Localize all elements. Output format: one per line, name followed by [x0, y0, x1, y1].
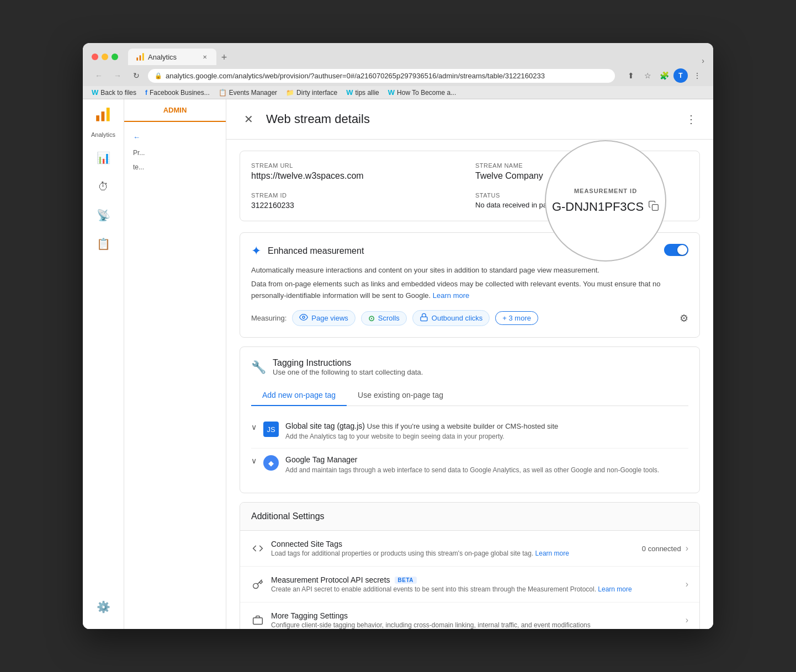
events-icon: 📋 — [219, 89, 227, 97]
toggle-container — [664, 244, 688, 256]
tag-item-google-tag-manager[interactable]: ∨ ◆ Google Tag Manager Add and maintain … — [251, 449, 688, 482]
connected-count: 0 connected — [642, 545, 681, 553]
svg-rect-2 — [142, 53, 144, 60]
more-tagging-right: › — [686, 615, 688, 625]
measurement-protocol-desc: Create an API secret to enable additiona… — [271, 585, 679, 593]
outbound-icon — [420, 313, 428, 323]
admin-back-button[interactable]: ← — [133, 129, 217, 146]
url-bar[interactable]: 🔒 analytics.google.com/analytics/web/pro… — [148, 69, 615, 83]
settings-row-connected-site-tags[interactable]: Connected Site Tags Load tags for additi… — [240, 531, 699, 567]
sidebar-item-realtime[interactable]: ⏱ — [90, 173, 116, 200]
eye-icon — [299, 313, 308, 323]
tab-use-existing[interactable]: Use existing on-page tag — [347, 385, 454, 406]
bookmark-back-to-files[interactable]: W Back to files — [92, 88, 136, 97]
reload-button[interactable]: ↻ — [129, 68, 144, 83]
chevron-right-icon-2: › — [686, 579, 688, 589]
settings-icon: ⚙️ — [97, 600, 110, 614]
google-tag-manager-title: Google Tag Manager — [285, 455, 659, 464]
profile-button[interactable]: T — [673, 68, 688, 83]
sidebar-item-reports[interactable]: 📋 — [90, 231, 116, 257]
analytics-label: Analytics — [91, 131, 115, 138]
tag-item-global-site-tag[interactable]: ∨ JS Global site tag (gtag.js) Use this … — [251, 415, 688, 449]
tab-bar: Analytics ✕ + › — [128, 49, 704, 65]
svg-rect-8 — [421, 317, 427, 321]
admin-tab[interactable]: ADMIN — [124, 99, 226, 122]
chevron-down-icon-2: ∨ — [251, 456, 257, 465]
global-site-tag-title: Global site tag (gtag.js) Use this if yo… — [285, 422, 558, 430]
new-tab-button[interactable]: + — [216, 50, 232, 65]
sparkle-icon: ✦ — [251, 244, 261, 258]
bookmark-facebook[interactable]: f Facebook Busines... — [145, 89, 210, 97]
stream-id-label: STREAM ID — [251, 192, 464, 199]
chip-outbound-clicks[interactable]: Outbound clicks — [412, 310, 490, 326]
measurement-protocol-content: Measurement Protocol API secrets BETA Cr… — [271, 575, 679, 593]
bookmark-tips-allie[interactable]: W tips allie — [346, 88, 379, 97]
chip-page-views[interactable]: Page views — [292, 310, 355, 326]
analytics-logo — [93, 105, 113, 125]
main-content: Analytics 📊 ⏱ 📡 📋 ⚙️ ADMIN ← — [83, 99, 713, 629]
admin-section-2[interactable]: te... — [133, 160, 217, 174]
reports-icon: 📋 — [97, 237, 110, 250]
global-site-tag-desc: Add the Analytics tag to your website to… — [285, 431, 558, 441]
beta-badge: BETA — [395, 577, 417, 584]
tagging-desc: Use one of the following to start collec… — [273, 368, 423, 376]
address-bar: ← → ↻ 🔒 analytics.google.com/analytics/w… — [83, 65, 713, 86]
bookmark-how-to-become[interactable]: W How To Become a... — [388, 88, 456, 97]
enhanced-measurement-desc2: Data from on-page elements such as links… — [251, 279, 688, 302]
scroll-icon: ⊙ — [368, 314, 375, 323]
copy-icon[interactable] — [648, 200, 659, 214]
share-button[interactable]: ⬆ — [624, 68, 638, 83]
menu-button[interactable]: ⋮ — [690, 68, 704, 83]
bookmark-dirty-interface[interactable]: 📁 Dirty interface — [286, 89, 337, 97]
settings-row-more-tagging[interactable]: More Tagging Settings Configure client-s… — [240, 602, 699, 629]
stream-id-field: STREAM ID 3122160233 — [251, 192, 464, 210]
wrench-icon: 🔧 — [251, 360, 266, 375]
tag-tabs: Add new on-page tag Use existing on-page… — [251, 385, 688, 406]
stream-url-field: STREAM URL https://twelve.w3spaces.com — [251, 162, 464, 181]
key-icon — [251, 579, 264, 590]
measuring-row: Measuring: Page views ⊙ — [251, 310, 688, 326]
panel-close-button[interactable]: ✕ — [240, 110, 257, 128]
admin-section-1[interactable]: Pr... — [133, 146, 217, 160]
measurement-protocol-learn-more[interactable]: Learn more — [598, 585, 632, 593]
more-chip[interactable]: + 3 more — [495, 311, 538, 325]
extensions-button[interactable]: 🧩 — [657, 68, 671, 83]
tab-close-button[interactable]: ✕ — [201, 53, 209, 61]
dialog-area: ✕ Web stream details ⋮ MEASUREMENT ID G-… — [226, 99, 713, 629]
back-button[interactable]: ← — [92, 68, 106, 83]
enhanced-measurement-title: Enhanced measurement — [268, 246, 364, 256]
lock-icon: 🔒 — [155, 72, 162, 79]
sidebar-item-audiences[interactable]: 📡 — [90, 202, 116, 228]
analytics-logo-svg — [95, 107, 111, 122]
traffic-lights — [92, 54, 118, 60]
maximize-button[interactable] — [112, 54, 118, 60]
bookmark-events-manager[interactable]: 📋 Events Manager — [219, 89, 277, 97]
tab-add-new[interactable]: Add new on-page tag — [251, 385, 347, 406]
panel-more-button[interactable]: ⋮ — [682, 110, 700, 128]
svg-rect-3 — [96, 115, 99, 121]
panel-header: ✕ Web stream details ⋮ — [226, 99, 713, 140]
sidebar-settings-button[interactable]: ⚙️ — [90, 594, 116, 620]
measuring-settings-button[interactable]: ⚙ — [680, 312, 688, 324]
active-tab[interactable]: Analytics ✕ — [128, 49, 216, 65]
chevron-down-icon-1: ∨ — [251, 423, 257, 431]
measurement-id-value: G-DNJN1PF3CS — [552, 200, 659, 214]
enhanced-measurement-toggle[interactable] — [664, 244, 688, 256]
chip-scrolls[interactable]: ⊙ Scrolls — [361, 311, 407, 326]
svg-rect-4 — [102, 111, 105, 121]
facebook-icon: f — [145, 89, 147, 97]
js-tag-icon: JS — [263, 422, 279, 437]
settings-row-measurement-protocol[interactable]: Measurement Protocol API secrets BETA Cr… — [240, 567, 699, 602]
minimize-button[interactable] — [102, 54, 108, 60]
sidebar-item-home[interactable]: 📊 — [90, 145, 116, 171]
stream-id-value: 3122160233 — [251, 201, 464, 210]
bookmark-button[interactable]: ☆ — [640, 68, 655, 83]
enhanced-learn-more[interactable]: Learn more — [433, 291, 469, 300]
forward-button[interactable]: → — [110, 68, 125, 83]
svg-rect-5 — [107, 108, 110, 121]
tab-title: Analytics — [148, 53, 177, 61]
close-button[interactable] — [92, 54, 98, 60]
tabs-chevron[interactable]: › — [702, 56, 704, 65]
connected-site-tags-learn-more[interactable]: Learn more — [535, 550, 569, 557]
stream-url-value: https://twelve.w3spaces.com — [251, 171, 464, 181]
